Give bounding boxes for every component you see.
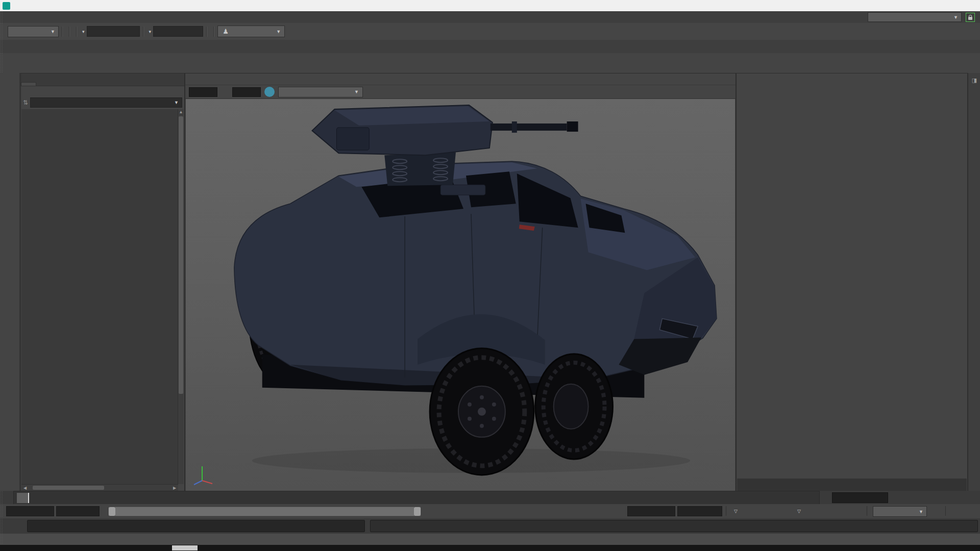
scrollbar-thumb[interactable] (33, 486, 104, 490)
current-frame-field[interactable] (832, 492, 888, 503)
panel-toggle-icon[interactable]: ◨ (972, 77, 977, 84)
chevron-down-icon[interactable]: ▾ (82, 29, 85, 34)
outliner-tree (21, 109, 178, 484)
gamma-dropdown[interactable]: ▼ (278, 87, 363, 97)
workspace-dropdown[interactable]: ▼ (868, 12, 962, 22)
current-frame-marker[interactable] (17, 493, 29, 503)
range-slider-row: ▽ ▽ ▼ (0, 504, 980, 519)
chevron-down-icon: ▼ (953, 15, 958, 20)
contrast-field[interactable] (232, 87, 261, 97)
viewport-toolbar: ▼ (185, 85, 736, 99)
contrast-icon[interactable] (219, 87, 230, 97)
search-field[interactable]: ▼ (30, 97, 182, 108)
chevron-down-icon: ▽ (734, 509, 738, 514)
outliner-panel: ⇅ ▼ ▲ ◀ ▶ (20, 73, 185, 492)
attribute-editor-message (737, 86, 967, 101)
filter-icon[interactable]: ⇅ (23, 99, 28, 106)
animation-end-field[interactable] (677, 506, 722, 516)
vertical-scrollbar[interactable]: ▲ (178, 109, 184, 484)
divider (867, 506, 867, 516)
chevron-down-icon: ▼ (919, 509, 923, 514)
anim-layer-dropdown[interactable]: ▽ (797, 506, 804, 516)
playback-loop-icon[interactable] (926, 506, 937, 516)
tab-outliner[interactable] (21, 82, 36, 86)
sign-in-dropdown[interactable]: ♟ ▼ (217, 26, 285, 37)
maya-window: ▼ ▼ ▾ ▾ ♟ ▼ (0, 0, 980, 551)
drag-grip[interactable] (0, 11, 4, 23)
scrollbar-thumb[interactable] (179, 116, 183, 394)
maya-logo-icon (3, 2, 10, 10)
viewport-canvas[interactable] (186, 99, 735, 491)
command-line (0, 518, 980, 534)
gun-barrel[interactable] (491, 123, 567, 131)
close-button[interactable] (957, 0, 980, 11)
menu-set-dropdown[interactable]: ▼ (8, 26, 59, 37)
divider (945, 506, 946, 516)
workspace-selector: ▼ (864, 12, 980, 22)
drag-grip[interactable] (0, 505, 4, 517)
color-management-toggle[interactable] (264, 87, 275, 97)
status-line: ▼ ▾ ▾ ♟ ▼ (0, 23, 980, 40)
drag-grip[interactable] (0, 23, 4, 40)
playback-start-field[interactable] (56, 506, 100, 516)
taskbar-item[interactable] (172, 545, 198, 550)
chevron-down-icon: ▼ (354, 89, 359, 94)
wheel-front-left[interactable] (430, 348, 534, 475)
animation-start-field[interactable] (6, 506, 54, 516)
outliner-menus (21, 86, 184, 96)
outliner-search-row: ⇅ ▼ (21, 96, 184, 109)
muzzle (567, 121, 578, 132)
chevron-down-icon[interactable]: ▾ (149, 29, 152, 34)
auto-keyframe-icon[interactable] (965, 506, 976, 516)
outliner-tab-strip (21, 73, 184, 86)
symmetry-field[interactable] (153, 26, 203, 37)
fps-dropdown[interactable]: ▼ (873, 506, 927, 517)
range-end-handle[interactable] (414, 507, 421, 516)
divider (76, 27, 77, 37)
time-clock-icon[interactable] (950, 506, 962, 516)
viewport-menu-bar (185, 73, 736, 85)
title-bar[interactable] (0, 0, 980, 11)
divider (143, 27, 144, 37)
search-input[interactable] (34, 99, 174, 106)
divider (69, 27, 70, 37)
range-slider[interactable] (108, 506, 422, 517)
live-surface-field[interactable] (87, 26, 140, 37)
axis-gizmo (192, 462, 215, 486)
user-icon: ♟ (222, 26, 229, 37)
command-result[interactable] (371, 520, 977, 532)
range-start-handle[interactable] (109, 507, 115, 516)
command-result-field[interactable] (370, 520, 978, 532)
drag-grip[interactable] (0, 518, 4, 534)
maximize-button[interactable] (933, 0, 957, 11)
chevron-down-icon[interactable]: ▼ (174, 100, 179, 105)
command-input-field[interactable] (27, 520, 365, 532)
minimize-button[interactable] (910, 0, 933, 11)
drag-grip[interactable] (0, 491, 4, 504)
scroll-left-icon[interactable]: ◀ (21, 486, 29, 490)
exposure-field[interactable] (189, 87, 217, 97)
wheel-front-right[interactable] (535, 354, 613, 459)
character-set-dropdown[interactable]: ▽ (734, 506, 741, 516)
drag-grip[interactable] (0, 534, 4, 545)
divider (62, 27, 63, 37)
taskbar-strip (0, 545, 980, 551)
drag-grip[interactable] (0, 40, 4, 53)
range-bar[interactable] (115, 507, 414, 516)
attribute-editor-panel (736, 73, 968, 492)
shelf-tab-bar (0, 40, 980, 54)
workspace-lock-icon[interactable] (966, 13, 975, 22)
scroll-right-icon[interactable]: ▶ (171, 486, 178, 490)
scroll-up-icon[interactable]: ▲ (178, 110, 184, 114)
timeline-track[interactable] (13, 491, 820, 505)
horizontal-scrollbar[interactable]: ◀ ▶ (21, 484, 178, 491)
tool-box (0, 73, 20, 505)
menu-bar: ▼ (0, 11, 980, 23)
viewport-panel: ▼ (185, 73, 736, 492)
playback-end-field[interactable] (627, 506, 675, 516)
scene-view[interactable] (186, 99, 735, 491)
drag-grip[interactable] (0, 53, 4, 73)
divider (726, 506, 726, 516)
attribute-editor-buttons (737, 479, 967, 491)
command-input[interactable] (28, 520, 364, 532)
